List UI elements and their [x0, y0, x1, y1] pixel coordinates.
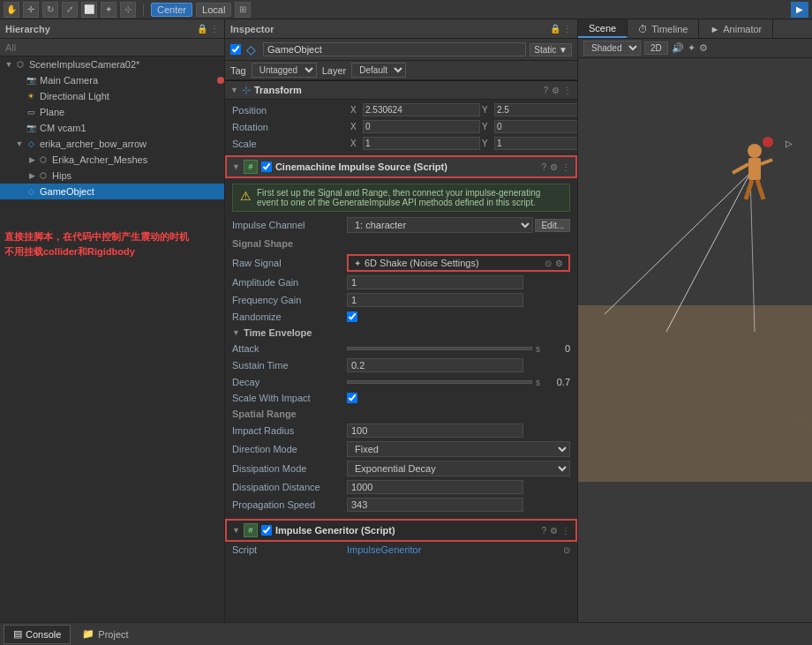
bottom-tab-project[interactable]: 📁 Project [72, 625, 138, 644]
rotation-x-input[interactable] [363, 120, 480, 133]
scale-tool-icon[interactable]: ⤢ [62, 2, 78, 18]
impulse-gen-script-select-icon[interactable]: ⊙ [563, 545, 570, 555]
transform-section-header[interactable]: ▼ ⊹ Transform ? ⚙ ⋮ [225, 80, 577, 100]
impulse-channel-select[interactable]: 1: character [347, 217, 533, 233]
custom-tool-icon[interactable]: ⊹ [120, 2, 136, 18]
hand-tool-icon[interactable]: ✋ [4, 2, 19, 18]
impulse-gen-help-icon[interactable]: ? [541, 526, 546, 536]
cinemachine-help-icon[interactable]: ? [541, 162, 546, 172]
rotation-y-input[interactable] [494, 120, 577, 133]
cinemachine-settings-icon[interactable]: ⚙ [550, 162, 558, 172]
annotation-overlay: 直接挂脚本，在代码中控制产生震动的时机 不用挂载collider和Rigidbo… [4, 229, 189, 259]
tab-timeline[interactable]: ⏱ Timeline [628, 19, 699, 38]
frequency-gain-row: Frequency Gain [225, 291, 577, 309]
center-button[interactable]: Center [151, 3, 192, 17]
tree-item-scene[interactable]: ▼ ⬡ SceneImpluseCamera02* [0, 56, 224, 72]
grid-icon[interactable]: ⊞ [235, 2, 251, 18]
hierarchy-search-input[interactable] [0, 39, 224, 56]
tree-item-hips[interactable]: ▶ ⬡ Hips [0, 168, 224, 184]
transform-menu-icon[interactable]: ⋮ [563, 86, 572, 95]
hierarchy-menu-icon[interactable]: ⋮ [210, 24, 219, 34]
bottom-tab-console[interactable]: ▤ Console [4, 625, 71, 644]
impulse-gen-enabled-checkbox[interactable] [261, 525, 272, 536]
impulse-gen-menu-icon[interactable]: ⋮ [561, 526, 570, 536]
dissipation-mode-select[interactable]: Exponential Decay [347, 461, 570, 476]
rotation-label: Rotation [232, 122, 347, 132]
tree-item-gameobject[interactable]: ◇ GameObject [0, 184, 224, 199]
direction-mode-row: Direction Mode Fixed [225, 439, 577, 459]
amplitude-gain-input[interactable] [347, 275, 523, 289]
shading-select[interactable]: Shaded [583, 41, 641, 56]
lock-icon[interactable]: 🔒 [197, 24, 207, 34]
transform-help-icon[interactable]: ? [543, 86, 548, 95]
directionallight-label: Directional Light [40, 91, 224, 101]
move-tool-icon[interactable]: ✛ [23, 2, 39, 18]
cmvcam-icon: 📷 [25, 122, 37, 134]
transform-tool-icon[interactable]: ✦ [101, 2, 117, 18]
raw-signal-dot-icon[interactable]: ⊙ [545, 259, 552, 268]
inspector-menu-icon[interactable]: ⋮ [563, 24, 572, 34]
impulse-gen-section-header[interactable]: ▼ # Impulse Generitor (Script) ? ⚙ ⋮ [225, 519, 577, 542]
audio-icon[interactable]: 🔊 [672, 42, 684, 54]
propagation-speed-row: Propagation Speed [225, 496, 577, 514]
position-row: Position X Y Z [225, 101, 577, 118]
tree-item-erika[interactable]: ▼ ◇ erika_archer_bow_arrow [0, 136, 224, 152]
twod-button[interactable]: 2D [644, 41, 668, 55]
impact-radius-label: Impact Radius [232, 425, 347, 436]
randomize-checkbox[interactable] [347, 311, 357, 322]
frequency-gain-input[interactable] [347, 293, 523, 307]
cmvcam-label: CM vcam1 [40, 123, 224, 133]
impulse-gen-settings-icon[interactable]: ⚙ [550, 526, 558, 536]
impulse-channel-edit-button[interactable]: Edit... [535, 219, 570, 232]
animator-tab-icon: ► [710, 24, 719, 34]
sustain-input[interactable] [347, 358, 523, 372]
tab-scene[interactable]: Scene [578, 19, 628, 38]
decay-s-label: s [536, 378, 540, 387]
decay-slider-bar[interactable] [347, 380, 532, 384]
tag-select[interactable]: Untagged [252, 63, 317, 78]
position-y-input[interactable] [494, 103, 577, 116]
svg-point-9 [748, 144, 762, 158]
local-button[interactable]: Local [196, 3, 231, 17]
raw-signal-gear-icon[interactable]: ⚙ [555, 259, 563, 268]
impact-radius-input[interactable] [347, 424, 523, 438]
inspector-panel: Inspector 🔒 ⋮ ◇ Static ▼ Tag Untagged La… [225, 19, 578, 622]
gameobject-name-input[interactable] [263, 42, 526, 56]
attack-slider-bar[interactable] [347, 347, 532, 350]
scene-settings-icon[interactable]: ⚙ [699, 42, 708, 54]
time-envelope-section[interactable]: ▼ Time Envelope [225, 325, 577, 341]
cinemachine-info-text: First set up the Signal and Range, then … [257, 188, 562, 207]
transform-settings-icon[interactable]: ⚙ [552, 86, 560, 95]
layer-select[interactable]: Default [351, 63, 406, 78]
fx-icon[interactable]: ✦ [688, 42, 695, 54]
tree-item-plane[interactable]: ▭ Plane [0, 104, 224, 120]
cinemachine-enabled-checkbox[interactable] [261, 161, 272, 172]
scale-y-input[interactable] [494, 137, 577, 150]
scale-impact-checkbox[interactable] [347, 393, 357, 403]
tag-label: Tag [230, 65, 246, 76]
attack-row: Attack s 0 [225, 341, 577, 356]
rotate-tool-icon[interactable]: ↻ [42, 2, 58, 18]
raw-signal-box[interactable]: ✦ 6D Shake (Noise Settings) ⊙ ⚙ [347, 254, 570, 272]
dissipation-distance-input[interactable] [347, 480, 523, 494]
tab-animator[interactable]: ► Animator [699, 19, 773, 38]
direction-mode-select[interactable]: Fixed [347, 441, 570, 457]
propagation-speed-input[interactable] [347, 498, 523, 512]
gameobject-active-checkbox[interactable] [230, 44, 241, 55]
light-icon: ☀ [25, 90, 37, 102]
tree-item-cmvcam[interactable]: 📷 CM vcam1 [0, 120, 224, 136]
tree-item-maincamera[interactable]: 📷 Main Camera [0, 72, 224, 88]
impulse-gen-script-value[interactable]: ImpulseGeneritor [347, 544, 563, 555]
position-x-input[interactable] [363, 103, 480, 116]
rect-tool-icon[interactable]: ⬜ [81, 2, 97, 18]
cinemachine-menu-icon[interactable]: ⋮ [561, 162, 570, 172]
dissipation-mode-label: Dissipation Mode [232, 463, 347, 474]
cinemachine-section-header[interactable]: ▼ # Cinemachine Impulse Source (Script) … [225, 155, 577, 178]
static-button[interactable]: Static ▼ [530, 43, 572, 56]
tree-item-erikameshes[interactable]: ▶ ⬡ Erika_Archer_Meshes [0, 152, 224, 168]
tree-item-directionallight[interactable]: ☀ Directional Light [0, 88, 224, 104]
play-button[interactable]: ▶ [791, 2, 808, 18]
scale-x-input[interactable] [363, 137, 480, 150]
inspector-lock-icon[interactable]: 🔒 [550, 24, 560, 34]
camera-badge [217, 77, 224, 84]
